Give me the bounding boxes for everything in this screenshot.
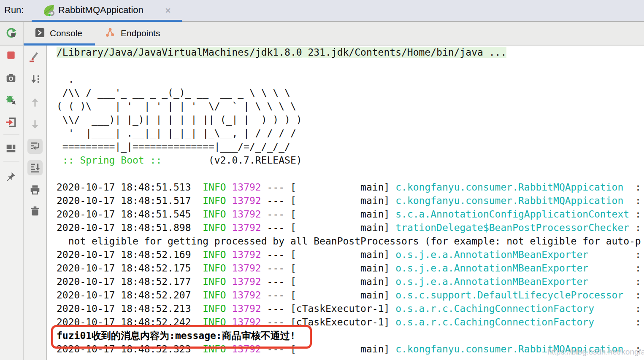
rerun-icon[interactable] (5, 27, 16, 38)
close-icon[interactable]: × (165, 5, 171, 16)
run-toolbar (0, 46, 23, 360)
console-segment-t: 2020-10-17 18:48:52.175 (57, 263, 203, 274)
console-tab-icon (35, 28, 45, 39)
console-segment-t: 2020-10-17 18:48:52.242 (57, 317, 203, 328)
console-segment-t (226, 276, 232, 287)
console-line: 2020-10-17 18:48:52.175 INFO 13792 --- [… (57, 261, 644, 275)
down-stack-trace-icon[interactable] (30, 119, 41, 130)
console-segment-pid: 13792 (232, 209, 261, 220)
console-line: 2020-10-17 18:48:52.323 INFO 13792 --- [… (57, 342, 644, 356)
console-segment-t: =========|_|==============|___/=/_/_/_/ (57, 141, 290, 152)
console-segment-info: INFO (203, 182, 226, 193)
console-segment-msg: fuzi01收到的消息内容为:message:商品审核不通过! (57, 330, 296, 341)
console-segment-t: [ main] (290, 263, 395, 274)
run-config-tab[interactable]: RabbitMQAppication × (32, 0, 182, 21)
console-segment-logger: o.s.j.e.a.AnnotationMBeanExporter (395, 276, 629, 287)
console-line: 2020-10-17 18:48:52.213 INFO 13792 --- [… (57, 302, 644, 315)
console-toolbar (24, 46, 46, 360)
spring-boot-icon (42, 4, 56, 19)
console-segment-info: INFO (203, 222, 226, 233)
console-line: =========|_|==============|___/=/_/_/_/ (57, 140, 644, 153)
console-line: 2020-10-17 18:48:52.207 INFO 13792 --- [… (57, 288, 644, 302)
console-segment-t: [ main] (290, 209, 395, 220)
console-segment-logger: c.kongfanyu.consumer.RabbitMQAppication (395, 182, 629, 193)
console-segment-t (226, 249, 232, 260)
run-tool-window: Run: RabbitMQAppication × (0, 0, 644, 360)
console-segment-pid: 13792 (232, 317, 261, 328)
tab-endpoints[interactable]: Endpoints (105, 22, 160, 45)
console-segment-t: [ main] (290, 344, 395, 355)
console-segment-t: --- (261, 344, 290, 355)
console-segment-t: --- (261, 317, 290, 328)
console-segment-t: 2020-10-17 18:48:52.169 (57, 249, 203, 260)
pin-icon[interactable] (5, 171, 16, 182)
console-segment-t: : (629, 317, 644, 328)
console-segment-pid: 13792 (232, 290, 261, 301)
console-segment-pid: 13792 (232, 249, 261, 260)
scroll-to-end-icon[interactable] (30, 162, 41, 173)
soft-wrap-icon[interactable] (30, 141, 41, 152)
console-line: fuzi01收到的消息内容为:message:商品审核不通过! (57, 329, 644, 342)
clear-all-icon[interactable] (30, 206, 41, 217)
print-icon[interactable] (30, 184, 41, 195)
console-segment-t (226, 209, 232, 220)
console-segment-t: : (629, 195, 644, 206)
console-segment-green: :: Spring Boot :: (57, 155, 162, 166)
console-segment-t: 2020-10-17 18:48:51.898 (57, 222, 203, 233)
up-stack-trace-icon[interactable] (30, 97, 41, 108)
console-segment-info: INFO (203, 209, 226, 220)
console-segment-t: 2020-10-17 18:48:51.513 (57, 182, 203, 193)
console-segment-t: \\/ ___)| |_)| | | | | || (_| | ) ) ) ) (57, 114, 302, 125)
console-line: 2020-10-17 18:48:52.242 INFO 13792 --- [… (57, 315, 644, 329)
console-segment-t: : (629, 276, 644, 287)
console-segment-logger: trationDelegate$BeanPostProcessorChecker (395, 222, 629, 233)
toolbar-separator (3, 161, 19, 161)
console-segment-t: ( ( )\___ | '_ | '_| | '_ \/ _` | \ \ \ … (57, 101, 296, 112)
console-segment-t: --- (261, 276, 290, 287)
console-segment-t: : (629, 344, 644, 355)
console-segment-t: : (629, 263, 644, 274)
tab-console[interactable]: Console (35, 22, 82, 45)
console-segment-info: INFO (203, 263, 226, 274)
console-segment-t: not eligible for getting processed by al… (57, 236, 641, 247)
console-line: not eligible for getting processed by al… (57, 234, 644, 248)
console-segment-logger: s.c.a.AnnotationConfigApplicationContext (395, 209, 629, 220)
console-line: /\\ / ___'_ __ _ _(_)_ __ __ _ \ \ \ \ (57, 86, 644, 99)
console-segment-t: [cTaskExecutor-1] (290, 317, 395, 328)
console-segment-t: [ main] (290, 249, 395, 260)
console-line: 2020-10-17 18:48:52.169 INFO 13792 --- [… (57, 248, 644, 261)
console-line: :: Spring Boot :: (v2.0.7.RELEASE) (57, 153, 644, 167)
console-segment-t: : (629, 290, 644, 301)
console-segment-t: [ main] (290, 276, 395, 287)
console-line: 2020-10-17 18:48:51.517 INFO 13792 --- [… (57, 194, 644, 207)
console-line: 2020-10-17 18:48:51.545 INFO 13792 --- [… (57, 207, 644, 221)
console-segment-t: [ main] (290, 195, 395, 206)
restore-layout-icon[interactable] (5, 143, 16, 154)
console-segment-t: [cTaskExecutor-1] (290, 303, 395, 314)
console-segment-logger: o.s.c.support.DefaultLifecycleProcessor (395, 290, 629, 301)
console-segment-t (226, 222, 232, 233)
console-output[interactable]: /Library/Java/JavaVirtualMachines/jdk1.8… (47, 46, 644, 360)
console-line (57, 167, 644, 180)
console-segment-info: INFO (203, 303, 226, 314)
console-segment-t (226, 303, 232, 314)
console-segment-t: 2020-10-17 18:48:52.207 (57, 290, 203, 301)
exit-icon[interactable] (5, 117, 16, 128)
console-segment-pid: 13792 (232, 344, 261, 355)
endpoints-icon (105, 27, 116, 40)
camera-icon[interactable] (5, 73, 16, 83)
pen-highlight-icon[interactable] (30, 51, 41, 62)
console-segment-t: 2020-10-17 18:48:51.517 (57, 195, 203, 206)
console-segment-info: INFO (203, 317, 226, 328)
console-segment-t (226, 195, 232, 206)
console-segment-t: : (629, 222, 644, 233)
console-line: 2020-10-17 18:48:52.177 INFO 13792 --- [… (57, 275, 644, 288)
console-segment-t: : (629, 303, 644, 314)
console-segment-logger: c.kongfanyu.consumer.RabbitMQAppication (395, 344, 629, 355)
console-segment-t: --- (261, 249, 290, 260)
console-segment-t: . ____ _ __ _ _ (57, 74, 284, 85)
jump-to-bottom-icon[interactable] (30, 74, 41, 85)
attach-debugger-icon[interactable] (5, 94, 16, 105)
stop-icon[interactable] (5, 50, 16, 61)
console-segment-info: INFO (203, 195, 226, 206)
